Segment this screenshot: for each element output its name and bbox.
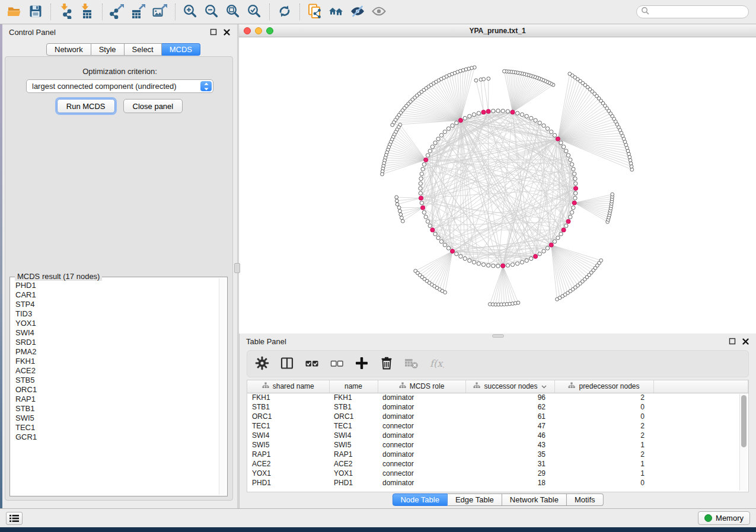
run-mcds-button[interactable]: Run MCDS xyxy=(57,99,115,113)
table-scrollbar-thumb[interactable] xyxy=(741,395,747,447)
open-file-button[interactable] xyxy=(4,2,25,21)
svg-text:f(x): f(x) xyxy=(430,357,444,368)
close-panel-icon[interactable] xyxy=(742,338,749,345)
import-network-button[interactable] xyxy=(55,2,76,21)
mcds-result-item[interactable]: TEC1 xyxy=(15,423,216,432)
mcds-result-item[interactable]: SWI4 xyxy=(15,328,216,338)
column-header-predecessor-nodes[interactable]: predecessor nodes xyxy=(554,380,653,393)
table-row[interactable]: SWI4SWI4dominator462 xyxy=(247,431,748,440)
criterion-dropdown[interactable]: largest connected component (undirected) xyxy=(26,79,213,93)
control-panel-title: Control Panel xyxy=(9,28,56,37)
mcds-result-item[interactable]: STB5 xyxy=(15,376,216,385)
table-row[interactable]: YOX1YOX1connector291 xyxy=(247,469,748,478)
refresh-button[interactable] xyxy=(274,2,295,21)
tab-mcds[interactable]: MCDS xyxy=(162,43,200,56)
mcds-result-scrollbar[interactable] xyxy=(219,278,225,495)
settings-button[interactable] xyxy=(253,355,271,373)
save-session-button[interactable] xyxy=(25,2,46,21)
settings-icon xyxy=(254,355,270,373)
function-builder-icon: f(x) xyxy=(429,355,444,373)
zoom-selected-button[interactable] xyxy=(244,2,265,21)
mcds-result-item[interactable]: SRD1 xyxy=(15,338,216,347)
mcds-result-item[interactable]: ACE2 xyxy=(15,366,216,376)
delete-row-button[interactable] xyxy=(378,355,395,373)
table-row[interactable]: ORC1ORC1dominator610 xyxy=(247,412,748,421)
zoom-fit-button[interactable] xyxy=(222,2,244,21)
control-panel-tabs: NetworkStyleSelectMCDS xyxy=(46,43,200,56)
table-row[interactable]: STB1STB1dominator620 xyxy=(247,402,748,412)
export-table-icon xyxy=(131,4,146,21)
column-header-name[interactable]: name xyxy=(329,380,378,393)
zoom-in-button[interactable] xyxy=(180,2,201,21)
mcds-result-item[interactable]: PHD1 xyxy=(15,281,216,290)
column-header-empty xyxy=(653,380,748,393)
zoom-out-button[interactable] xyxy=(201,2,222,21)
table-row[interactable]: SWI5SWI5connector431 xyxy=(247,440,748,450)
table-row[interactable]: ACE2ACE2connector311 xyxy=(247,459,748,469)
divider-grip-icon[interactable] xyxy=(492,334,504,338)
export-table-button[interactable] xyxy=(128,2,149,21)
mcds-result-list: PHD1CAR1STP4TID3YOX1SWI4SRD1PMA2FKH1ACE2… xyxy=(15,281,216,493)
mcds-result-item[interactable]: RAP1 xyxy=(15,395,216,404)
float-panel-icon[interactable] xyxy=(729,338,736,345)
tree-column-icon xyxy=(473,382,480,390)
tab-node-table[interactable]: Node Table xyxy=(392,493,448,506)
network-graph[interactable] xyxy=(239,37,756,334)
clone-network-button[interactable] xyxy=(304,2,326,21)
status-bar: Memory xyxy=(0,508,756,527)
network-window-titlebar: YPA_prune.txt_1 xyxy=(239,24,756,37)
deselect-all-button[interactable] xyxy=(328,355,346,373)
close-panel-icon[interactable] xyxy=(223,28,231,36)
close-window-button[interactable] xyxy=(244,27,251,34)
export-image-button[interactable] xyxy=(149,2,171,21)
search-box[interactable] xyxy=(636,5,749,18)
zoom-window-button[interactable] xyxy=(266,27,273,34)
float-panel-icon[interactable] xyxy=(210,28,218,36)
delete-table-button xyxy=(403,355,420,373)
show-panels-menu-button[interactable] xyxy=(6,512,23,525)
mcds-result-item[interactable]: GCR1 xyxy=(15,432,216,442)
column-header-MCDS-role[interactable]: MCDS role xyxy=(378,380,465,393)
table-row[interactable]: PHD1PHD1dominator180 xyxy=(247,478,748,488)
add-row-button[interactable] xyxy=(353,355,371,373)
tab-select[interactable]: Select xyxy=(125,43,162,56)
mcds-result-item[interactable]: YOX1 xyxy=(15,319,216,328)
mcds-result-item[interactable]: STP4 xyxy=(15,300,216,309)
table-row[interactable]: TEC1TEC1connector472 xyxy=(247,421,748,431)
hide-selected-button[interactable] xyxy=(347,2,368,21)
tab-motifs[interactable]: Motifs xyxy=(567,493,604,506)
tab-style[interactable]: Style xyxy=(91,43,125,56)
mcds-result-item[interactable]: STB1 xyxy=(15,404,216,414)
tab-network[interactable]: Network xyxy=(46,43,91,56)
tab-network-table[interactable]: Network Table xyxy=(502,493,567,506)
mcds-result-item[interactable]: PMA2 xyxy=(15,347,216,357)
column-header-successor-nodes[interactable]: successor nodes xyxy=(465,380,554,393)
tab-edge-table[interactable]: Edge Table xyxy=(448,493,502,506)
zoom-out-icon xyxy=(204,4,219,21)
mcds-result-item[interactable]: TID3 xyxy=(15,309,216,319)
table-scrollbar[interactable] xyxy=(739,394,747,491)
table-row[interactable]: FKH1FKH1dominator962 xyxy=(247,393,748,402)
close-panel-button[interactable]: Close panel xyxy=(123,99,183,113)
memory-label: Memory xyxy=(716,514,744,523)
control-panel: Control Panel NetworkStyleSelectMCDS Opt… xyxy=(2,24,237,508)
select-all-icon xyxy=(304,355,320,373)
mcds-result-item[interactable]: CAR1 xyxy=(15,290,216,300)
show-all-button[interactable] xyxy=(368,2,390,21)
first-neighbors-button[interactable] xyxy=(326,2,347,21)
select-all-button[interactable] xyxy=(303,355,321,373)
minimize-window-button[interactable] xyxy=(255,27,262,34)
memory-button[interactable]: Memory xyxy=(698,511,750,525)
columns-button[interactable] xyxy=(278,355,296,373)
import-table-button[interactable] xyxy=(76,2,98,21)
zoom-in-icon xyxy=(183,4,198,21)
table-row[interactable]: RAP1RAP1dominator352 xyxy=(247,450,748,459)
mcds-result-item[interactable]: ORC1 xyxy=(15,385,216,395)
column-header-shared-name[interactable]: shared name xyxy=(247,380,329,393)
mcds-result-item[interactable]: SWI5 xyxy=(15,414,216,423)
search-input[interactable] xyxy=(652,8,748,16)
mcds-result-item[interactable]: FKH1 xyxy=(15,357,216,366)
divider-grip-icon[interactable] xyxy=(234,263,240,273)
export-network-button[interactable] xyxy=(107,2,128,21)
import-table-icon xyxy=(79,4,95,21)
